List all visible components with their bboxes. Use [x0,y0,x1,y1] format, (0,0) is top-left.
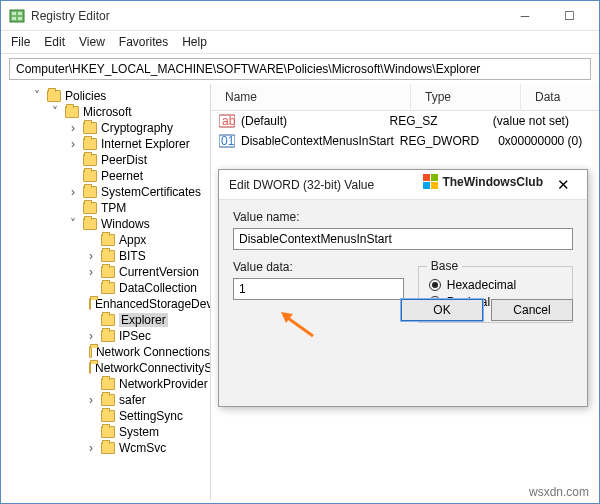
edit-menu[interactable]: Edit [44,35,65,49]
value-name: (Default) [241,114,287,128]
tree-node[interactable]: ›CurrentVersion [5,264,210,280]
folder-icon [83,202,97,214]
chevron-right-icon: › [67,122,79,134]
folder-icon [101,250,115,262]
folder-icon [101,330,115,342]
maximize-button[interactable]: ☐ [547,2,591,30]
folder-icon [89,346,91,358]
tree-node[interactable]: ›WcmSvc [5,440,210,456]
tree-label: SystemCertificates [101,185,201,199]
file-menu[interactable]: File [11,35,30,49]
menubar: File Edit View Favorites Help [1,31,599,53]
tree-node[interactable]: TPM [5,200,210,216]
value-data-field[interactable] [233,278,404,300]
tree-node[interactable]: Appx [5,232,210,248]
folder-icon [101,234,115,246]
key-tree[interactable]: ˅ Policies ˅ Microsoft ›Cryptography ›In… [1,84,211,500]
chevron-down-icon: ˅ [31,90,43,102]
dialog-close-button[interactable]: ✕ [549,176,577,194]
svg-text:011: 011 [221,134,235,148]
tree-label: System [119,425,159,439]
ok-button[interactable]: OK [401,299,483,321]
help-menu[interactable]: Help [182,35,207,49]
folder-icon [83,122,97,134]
folder-icon [65,106,79,118]
address-input[interactable] [9,58,591,80]
folder-icon [89,362,91,374]
registry-editor-window: Registry Editor ─ ☐ File Edit View Favor… [0,0,600,504]
cancel-button[interactable]: Cancel [491,299,573,321]
tree-label: Explorer [119,313,168,327]
chevron-right-icon: › [85,266,97,278]
folder-icon [47,90,61,102]
svg-rect-2 [12,17,16,20]
col-type[interactable]: Type [411,84,521,110]
tree-node[interactable]: System [5,424,210,440]
tree-node[interactable]: EnhancedStorageDevices [5,296,210,312]
tree-node[interactable]: ›IPSec [5,328,210,344]
favorites-menu[interactable]: Favorites [119,35,168,49]
folder-icon [101,394,115,406]
tree-node[interactable]: NetworkProvider [5,376,210,392]
dword-value-icon: 011 [219,133,235,149]
tree-node[interactable]: ›safer [5,392,210,408]
folder-icon [83,170,97,182]
tree-label: PeerDist [101,153,147,167]
tree-node[interactable]: DataCollection [5,280,210,296]
titlebar: Registry Editor ─ ☐ [1,1,599,31]
value-type: REG_SZ [390,114,487,128]
value-row[interactable]: 011 DisableContextMenusInStart REG_DWORD… [211,131,599,151]
tree-label: CurrentVersion [119,265,199,279]
radio-hexadecimal[interactable]: Hexadecimal [429,278,562,292]
folder-icon [101,378,115,390]
tree-node[interactable]: ›SystemCertificates [5,184,210,200]
tree-node[interactable]: ›Cryptography [5,120,210,136]
window-title: Registry Editor [31,9,503,23]
folder-icon [89,298,91,310]
tree-node[interactable]: ›Internet Explorer [5,136,210,152]
tree-node[interactable]: Network Connections [5,344,210,360]
dialog-titlebar: Edit DWORD (32-bit) Value TheWindowsClub… [219,170,587,200]
chevron-down-icon: ˅ [67,218,79,230]
tree-label: Cryptography [101,121,173,135]
tree-label: TPM [101,201,126,215]
col-name[interactable]: Name [211,84,411,110]
tree-label: safer [119,393,146,407]
col-data[interactable]: Data [521,84,599,110]
svg-text:ab: ab [222,114,235,128]
edit-dword-dialog: Edit DWORD (32-bit) Value TheWindowsClub… [218,169,588,407]
chevron-spacer-icon [85,234,97,246]
value-name: DisableContextMenusInStart [241,134,394,148]
address-bar [1,53,599,84]
view-menu[interactable]: View [79,35,105,49]
string-value-icon: ab [219,113,235,129]
value-name-field[interactable] [233,228,573,250]
tree-label: Appx [119,233,146,247]
value-data-label: Value data: [233,260,404,274]
value-row[interactable]: ab (Default) REG_SZ (value not set) [211,111,599,131]
tree-node[interactable]: NetworkConnectivityStatusIndicator [5,360,210,376]
tree-node[interactable]: PeerDist [5,152,210,168]
folder-icon [83,138,97,150]
tree-label: WcmSvc [119,441,166,455]
folder-icon [83,186,97,198]
tree-node-policies[interactable]: ˅ Policies [5,88,210,104]
minimize-button[interactable]: ─ [503,2,547,30]
tree-node[interactable]: ›BITS [5,248,210,264]
tree-label: IPSec [119,329,151,343]
tree-node-explorer[interactable]: Explorer [5,312,210,328]
dialog-body: Value name: Value data: Base Hexadecimal [219,200,587,333]
chevron-right-icon: › [85,442,97,454]
tree-node[interactable]: SettingSync [5,408,210,424]
value-data: 0x00000000 (0) [498,134,599,148]
tree-label: Peernet [101,169,143,183]
folder-icon [101,426,115,438]
brand-text: TheWindowsClub [442,175,543,189]
tree-node-microsoft[interactable]: ˅ Microsoft [5,104,210,120]
svg-rect-0 [10,10,24,22]
chevron-right-icon: › [85,250,97,262]
chevron-spacer-icon [67,202,79,214]
tree-node-windows[interactable]: ˅ Windows [5,216,210,232]
folder-icon [101,442,115,454]
tree-node[interactable]: Peernet [5,168,210,184]
